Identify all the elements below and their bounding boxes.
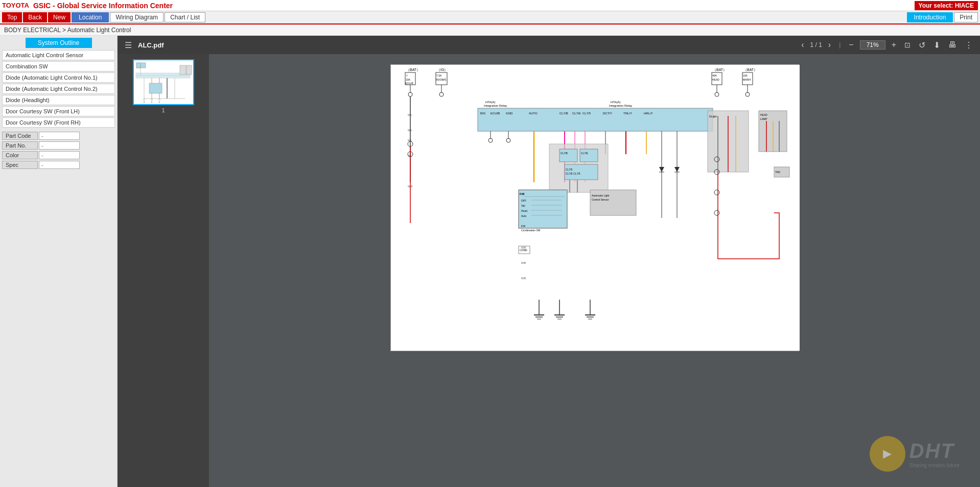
svg-text:10A: 10A <box>743 74 748 77</box>
part-no-value: - <box>39 141 80 150</box>
svg-text:TRL/Y: TRL/Y <box>623 112 632 115</box>
print-button[interactable]: Print <box>954 12 978 22</box>
svg-text:MAR/4: MAR/4 <box>743 78 751 81</box>
svg-text:Auto: Auto <box>521 214 527 217</box>
pdf-fit-page-button[interactable]: ⊡ <box>902 40 913 50</box>
pdf-download-button[interactable]: ⬇ <box>931 39 942 51</box>
svg-text:HRL/Y: HRL/Y <box>644 112 653 115</box>
wiring-diagram: （BAT） ♯ 10A ECU-B （IG） 7.5A ROOM/S <box>390 64 799 351</box>
chart-list-button[interactable]: Chart / List <box>165 12 205 22</box>
part-no-property: Part No. - <box>2 141 115 150</box>
your-select-badge: Your select: HIACE <box>915 1 978 10</box>
new-button[interactable]: New <box>48 12 71 22</box>
svg-text:DCT/Y: DCT/Y <box>603 112 612 115</box>
pdf-toolbar-right: ⬇ 🖶 ⋮ <box>931 39 975 51</box>
app-title: GSIC - Global Service Information Center <box>33 2 915 10</box>
svg-text:CL7/E: CL7/E <box>572 112 581 115</box>
svg-text:7.5A: 7.5A <box>436 74 442 77</box>
thumbnail-label: 1 <box>161 107 165 113</box>
diagram-area[interactable]: （BAT） ♯ 10A ECU-B （IG） 7.5A ROOM/S <box>209 54 980 487</box>
thumbnail-1[interactable] <box>133 59 194 105</box>
pdf-more-button[interactable]: ⋮ <box>963 39 975 51</box>
spec-value: - <box>39 161 80 169</box>
pdf-separator-1: | <box>839 41 841 48</box>
svg-rect-66 <box>559 149 577 162</box>
svg-text:LAMP: LAMP <box>760 117 767 120</box>
system-outline-button[interactable]: System Outline <box>26 38 92 48</box>
sidebar-item-4[interactable]: Diode (Headlight) <box>2 95 115 105</box>
svg-text:HTA(A): HTA(A) <box>485 101 496 104</box>
svg-rect-68 <box>580 149 598 162</box>
svg-text:Combination SW: Combination SW <box>521 229 541 232</box>
svg-text:F/R: F/R <box>520 192 525 196</box>
pdf-menu-button[interactable]: ☰ <box>123 39 134 51</box>
svg-text:HEAD: HEAD <box>760 113 767 116</box>
spec-property: Spec - <box>2 161 115 169</box>
svg-rect-2 <box>136 63 141 68</box>
svg-text:Tail: Tail <box>521 204 525 207</box>
svg-text:Integration Relay: Integration Relay <box>609 104 632 107</box>
svg-text:CL7/B: CL7/B <box>559 112 568 115</box>
pdf-zoom-out-button[interactable]: − <box>847 39 855 51</box>
sidebar-item-0[interactable]: Automatic Light Control Sensor <box>2 50 115 60</box>
toyota-logo: TOYOTA <box>2 2 29 9</box>
wiring-diagram-button[interactable]: Wiring Diagram <box>110 12 164 22</box>
pdf-prev-page-button[interactable]: ‹ <box>799 39 806 51</box>
svg-text:GND: GND <box>506 112 513 115</box>
pdf-content: 1 （BAT） ♯ 10A ECU-B <box>118 54 980 487</box>
svg-text:DLight: DLight <box>709 115 717 118</box>
svg-text:♯: ♯ <box>406 74 408 77</box>
svg-text:W/L: W/L <box>408 113 412 116</box>
svg-text:（BAT）: （BAT） <box>406 68 420 72</box>
svg-text:Automatic Light: Automatic Light <box>592 194 610 197</box>
part-code-property: Part Code - <box>2 132 115 140</box>
svg-text:AUTO: AUTO <box>529 112 538 115</box>
svg-text:TM2: TM2 <box>775 171 780 174</box>
svg-text:W/B: W/B <box>521 246 526 249</box>
sidebar-item-1[interactable]: Combination SW <box>2 61 115 71</box>
wiring-diagram-svg: （BAT） ♯ 10A ECU-B （IG） 7.5A ROOM/S <box>391 65 800 351</box>
pdf-print-button[interactable]: 🖶 <box>946 39 959 51</box>
top-button[interactable]: Top <box>2 12 22 22</box>
pdf-rotate-button[interactable]: ↺ <box>917 39 927 51</box>
svg-text:W/L: W/L <box>408 139 412 142</box>
sidebar-item-3[interactable]: Diode (Automatic Light Control No.2) <box>2 84 115 94</box>
main-layout: System Outline Automatic Light Control S… <box>0 36 980 487</box>
svg-text:W/L: W/L <box>408 154 412 157</box>
part-code-label: Part Code <box>2 132 38 140</box>
introduction-button[interactable]: Introduction <box>907 12 953 22</box>
color-property: Color - <box>2 151 115 159</box>
pdf-zoom-input[interactable] <box>860 40 885 50</box>
svg-text:Head: Head <box>521 209 527 212</box>
svg-text:CL7/B: CL7/B <box>561 152 568 155</box>
pdf-filename: ALC.pdf <box>138 41 164 49</box>
color-label: Color <box>2 151 38 159</box>
pdf-page-info: 1 / 1 <box>810 41 822 48</box>
sidebar-item-6[interactable]: Door Courtesy SW (Front RH) <box>2 117 115 128</box>
sidebar-item-2[interactable]: Diode (Automatic Light Control No.1) <box>2 72 115 83</box>
breadcrumb: BODY ELECTRICAL > Automatic Light Contro… <box>0 25 980 36</box>
svg-text:ECUIB: ECUIB <box>491 112 500 115</box>
pdf-zoom-in-button[interactable]: + <box>890 39 898 51</box>
svg-text:CL7/E: CL7/E <box>581 152 589 155</box>
svg-text:HTA(A): HTA(A) <box>611 101 621 104</box>
thumbnail-svg <box>134 60 193 104</box>
nav-bar: Top Back New Location Wiring Diagram Cha… <box>0 11 980 25</box>
svg-text:Control Sensor: Control Sensor <box>592 198 609 201</box>
sidebar-item-5[interactable]: Door Courtesy SW (Front LH) <box>2 106 115 116</box>
back-button[interactable]: Back <box>23 12 47 22</box>
part-no-label: Part No. <box>2 141 38 150</box>
svg-text:CL7/5: CL7/5 <box>566 168 573 171</box>
top-header: TOYOTA GSIC - Global Service Information… <box>0 0 980 11</box>
svg-rect-20 <box>186 65 192 75</box>
svg-text:HEAD: HEAD <box>712 78 719 81</box>
svg-text:B/G: B/G <box>480 112 486 115</box>
svg-rect-11 <box>149 83 162 93</box>
location-button[interactable]: Location <box>72 12 109 22</box>
svg-text:ROOM/S: ROOM/S <box>436 78 447 81</box>
pdf-area: ☰ ALC.pdf ‹ 1 / 1 › | − + ⊡ ↺ ⬇ 🖶 ⋮ <box>118 36 980 487</box>
breadcrumb-text: BODY ELECTRICAL > Automatic Light Contro… <box>4 27 131 34</box>
pdf-next-page-button[interactable]: › <box>826 39 833 51</box>
svg-text:CL7/5: CL7/5 <box>582 112 591 115</box>
sidebar: System Outline Automatic Light Control S… <box>0 36 118 487</box>
